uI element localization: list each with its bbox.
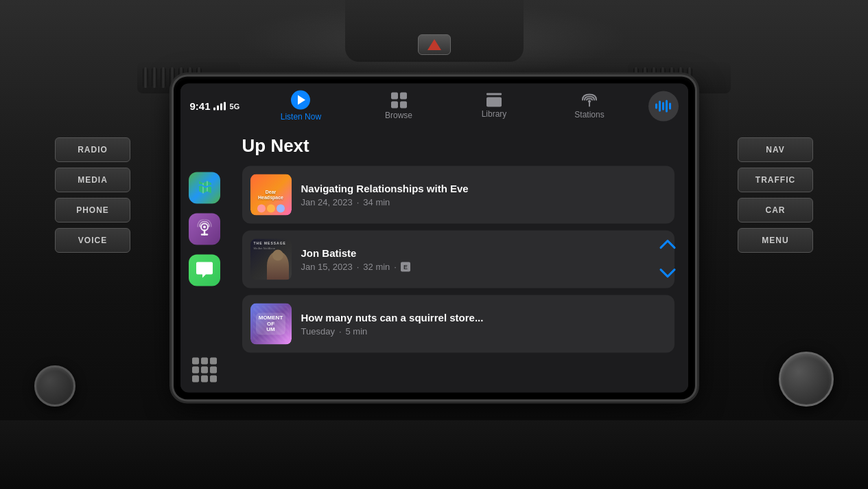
vent-slot <box>143 67 148 88</box>
episode-duration-1: 34 min <box>363 197 390 207</box>
episode-date-3: Tuesday <box>301 326 335 337</box>
separator-3: · <box>394 262 397 272</box>
hazard-button[interactable] <box>418 34 451 55</box>
episode-info-2: Jon Batiste Jan 15, 2023 · 32 min · E <box>301 247 666 272</box>
carplay-screen: 9:41 5G <box>180 84 688 393</box>
right-controls-panel: NAV TRAFFIC CAR MENU <box>738 137 813 253</box>
left-controls-panel: RADIO MEDIA PHONE VOICE <box>55 137 130 253</box>
sidebar <box>180 162 228 393</box>
sidebar-item-messages[interactable] <box>189 255 220 286</box>
radio-button[interactable]: RADIO <box>55 137 130 162</box>
sidebar-item-maps[interactable] <box>189 172 220 204</box>
episode-title-1: Navigating Relationships with Eve <box>301 183 666 194</box>
browse-icon <box>391 92 407 108</box>
signal-bar-3 <box>220 103 222 110</box>
episode-item-3[interactable]: MOMENTOFUM How many nuts can a squirrel … <box>242 295 675 353</box>
separator-1: · <box>357 197 360 207</box>
car-button[interactable]: CAR <box>738 198 813 223</box>
episode-meta-3: Tuesday · 5 min <box>301 326 666 337</box>
episode-title-3: How many nuts can a squirrel store... <box>301 312 666 323</box>
episode-list: DearHeadspace Navi <box>242 166 675 353</box>
voice-button[interactable]: VOICE <box>55 228 130 253</box>
separator-4: · <box>339 326 342 337</box>
menu-button[interactable]: MENU <box>738 228 813 253</box>
tab-library-label: Library <box>482 109 507 119</box>
signal-bars <box>213 102 226 110</box>
nav-arrows <box>658 238 677 279</box>
tab-library[interactable]: Library <box>460 91 528 122</box>
episode-info-3: How many nuts can a squirrel store... Tu… <box>301 312 666 337</box>
tab-listen-now-label: Listen Now <box>281 112 321 122</box>
episode-duration-2: 32 min <box>363 262 390 272</box>
car-frame: RADIO MEDIA PHONE VOICE NAV TRAFFIC CAR … <box>0 0 868 489</box>
hazard-icon <box>427 39 441 50</box>
waveform-bar-1 <box>655 103 657 109</box>
sidebar-item-podcasts[interactable] <box>189 214 220 245</box>
tab-browse[interactable]: Browse <box>364 89 433 122</box>
grid-dots-icon <box>192 358 217 383</box>
right-knob-area <box>779 352 834 407</box>
separator-2: · <box>357 262 360 272</box>
sidebar-item-all-apps[interactable] <box>192 358 217 383</box>
power-knob[interactable] <box>34 365 75 407</box>
episode-info-1: Navigating Relationships with Eve Jan 24… <box>301 183 666 207</box>
waveform-bar-5 <box>669 102 671 109</box>
episode-item-1[interactable]: DearHeadspace Navi <box>242 166 675 224</box>
signal-bar-1 <box>213 107 215 110</box>
episode-thumbnail-1: DearHeadspace <box>250 174 292 216</box>
vent-slot <box>152 67 157 88</box>
vent-slot <box>161 67 166 88</box>
tab-bar: Listen Now Browse <box>250 88 637 124</box>
episode-duration-3: 5 min <box>346 326 368 337</box>
section-title: Up Next <box>242 135 675 157</box>
signal-bar-2 <box>217 105 219 110</box>
screen-inner: 9:41 5G <box>180 84 688 393</box>
content-area: Up Next DearHeadspace <box>180 124 688 393</box>
nav-button[interactable]: NAV <box>738 137 813 162</box>
waveform-icon <box>655 99 671 113</box>
tab-stations-label: Stations <box>574 110 604 120</box>
episode-thumbnail-2: THE MESSAGE We Are Not Alone <box>250 239 292 280</box>
traffic-button[interactable]: TRAFFIC <box>738 168 813 192</box>
top-vent <box>345 0 524 62</box>
stations-icon <box>580 93 598 108</box>
status-time: 9:41 <box>190 100 211 112</box>
screen-bezel: 9:41 5G <box>174 77 695 400</box>
episode-meta-1: Jan 24, 2023 · 34 min <box>301 197 666 207</box>
signal-bar-4 <box>224 102 226 110</box>
library-icon <box>486 93 502 107</box>
left-knob-area <box>34 365 75 407</box>
episode-meta-2: Jan 15, 2023 · 32 min · E <box>301 262 666 272</box>
episode-thumbnail-3: MOMENTOFUM <box>250 304 292 345</box>
tab-browse-label: Browse <box>385 110 412 120</box>
media-button[interactable]: MEDIA <box>55 168 130 192</box>
episode-title-2: Jon Batiste <box>301 247 666 259</box>
waveform-bar-2 <box>659 100 661 111</box>
episode-item-2[interactable]: THE MESSAGE We Are Not Alone Jon Batiste <box>242 231 675 288</box>
waveform-bar-3 <box>662 102 664 110</box>
status-bar: 9:41 5G <box>190 100 240 112</box>
scroll-down-button[interactable] <box>658 265 677 279</box>
tab-stations[interactable]: Stations <box>555 90 624 122</box>
network-indicator: 5G <box>230 102 240 110</box>
tab-listen-now[interactable]: Listen Now <box>264 88 338 124</box>
phone-button[interactable]: PHONE <box>55 198 130 223</box>
now-playing-button[interactable] <box>648 91 679 121</box>
explicit-badge: E <box>401 262 410 271</box>
main-content: Up Next DearHeadspace <box>228 124 688 393</box>
waveform-bar-4 <box>666 100 668 112</box>
scroll-up-button[interactable] <box>658 238 677 251</box>
play-circle-icon <box>291 91 310 110</box>
volume-knob[interactable] <box>779 352 834 407</box>
bottom-panel <box>0 420 868 489</box>
episode-date-1: Jan 24, 2023 <box>301 197 353 207</box>
play-triangle-icon <box>298 95 305 105</box>
svg-point-5 <box>203 226 206 229</box>
episode-date-2: Jan 15, 2023 <box>301 262 353 272</box>
top-bar: 9:41 5G <box>180 84 688 124</box>
